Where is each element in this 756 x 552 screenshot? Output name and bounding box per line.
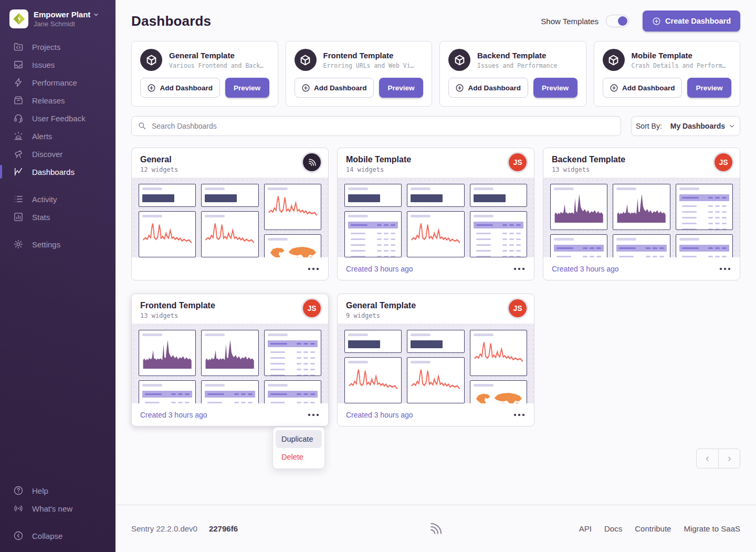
preview-button[interactable]: Preview — [379, 78, 423, 98]
activity-icon — [13, 194, 24, 204]
page-title: Dashboards — [131, 13, 211, 29]
template-card: Backend TemplateIssues and PerformanceAd… — [439, 41, 586, 107]
template-cube-icon — [603, 49, 625, 71]
collapse-icon — [13, 530, 24, 541]
plus-circle-icon — [455, 84, 464, 92]
context-menu-item-duplicate[interactable]: Duplicate — [276, 430, 322, 448]
mini-widget-line-chart — [264, 184, 321, 230]
plus-circle-icon — [610, 84, 618, 92]
sidebar-item-projects[interactable]: Projects — [0, 38, 116, 56]
dashboard-preview — [132, 324, 328, 403]
user-avatar: JS — [303, 299, 321, 317]
template-cube-icon — [140, 49, 162, 71]
template-card: Frontend TemplateErroring URLs and Web V… — [286, 41, 433, 107]
mini-widget-line-chart — [407, 211, 464, 257]
mini-widget-line-chart — [139, 211, 196, 257]
more-options-button[interactable] — [307, 265, 320, 273]
dashboard-title: Mobile Template — [346, 155, 526, 164]
sidebar-collapse[interactable]: Collapse — [0, 527, 116, 545]
more-options-button[interactable] — [719, 265, 731, 273]
sidebar-item-dashboards[interactable]: Dashboards — [0, 163, 116, 181]
sidebar-item-discover[interactable]: Discover — [0, 145, 116, 163]
dashboard-card[interactable]: Backend Template13 widgetsJSCreated 3 ho… — [543, 148, 740, 280]
sidebar-nav: ProjectsIssuesPerformanceReleasesUser Fe… — [0, 38, 116, 253]
mini-widget-line-chart — [407, 357, 464, 403]
template-description: Crash Details and Perform… — [632, 62, 726, 69]
dashboard-title: Frontend Template — [140, 301, 320, 310]
sidebar-item-user-feedback[interactable]: User Feedback — [0, 109, 116, 127]
add-dashboard-button[interactable]: Add Dashboard — [603, 78, 682, 98]
page-footer: Sentry 22.2.0.dev0 22796f6 APIDocsContri… — [116, 505, 756, 552]
footer-link-contribute[interactable]: Contribute — [635, 524, 671, 533]
more-options-button[interactable] — [513, 265, 526, 273]
dashboard-widget-count: 13 widgets — [140, 312, 320, 319]
org-name: Empower Plant — [34, 10, 90, 19]
show-templates-toggle[interactable] — [606, 15, 629, 27]
search-input[interactable] — [131, 116, 621, 136]
mini-widget-big-number — [407, 184, 464, 207]
sidebar-item-activity[interactable]: Activity — [0, 190, 116, 208]
sort-by-dropdown[interactable]: Sort By: My Dashboards — [631, 116, 740, 136]
dashboard-card[interactable]: General Template9 widgetsJSCreated 3 hou… — [337, 294, 534, 426]
plus-circle-icon — [652, 17, 661, 26]
template-card: Mobile TemplateCrash Details and Perform… — [594, 41, 741, 107]
more-options-button[interactable] — [307, 411, 320, 419]
add-dashboard-button[interactable]: Add Dashboard — [295, 78, 374, 98]
dashboard-card[interactable]: General12 widgets — [131, 148, 329, 280]
pagination — [696, 449, 740, 468]
context-menu-item-delete[interactable]: Delete — [276, 448, 322, 466]
mini-widget-big-number — [470, 184, 527, 207]
mini-widget-big-number — [344, 184, 402, 207]
add-dashboard-button[interactable]: Add Dashboard — [140, 78, 220, 98]
footer-links: APIDocsContributeMigrate to SaaS — [520, 524, 740, 533]
sidebar-item-help[interactable]: Help — [0, 482, 116, 499]
mini-widget-table — [470, 211, 527, 257]
mini-widget-table — [613, 234, 670, 257]
template-description: Various Frontend and Back… — [169, 62, 264, 69]
sidebar-item-alerts[interactable]: Alerts — [0, 127, 116, 145]
mini-widget-table — [264, 330, 321, 376]
dashboard-card[interactable]: Mobile Template14 widgetsJSCreated 3 hou… — [337, 148, 534, 280]
mini-widget-table — [550, 234, 607, 257]
releases-icon — [13, 95, 24, 106]
next-page-button[interactable] — [718, 449, 740, 468]
add-dashboard-button[interactable]: Add Dashboard — [448, 78, 528, 98]
mini-widget-line-chart — [344, 357, 402, 403]
preview-button[interactable]: Preview — [533, 78, 578, 98]
context-menu: DuplicateDelete — [272, 427, 325, 469]
dashboard-card[interactable]: Frontend Template13 widgetsJSCreated 3 h… — [131, 294, 329, 426]
sentry-version: Sentry 22.2.0.dev0 — [131, 524, 197, 533]
mini-widget-table — [139, 380, 196, 403]
footer-link-docs[interactable]: Docs — [604, 524, 622, 533]
stats-icon — [13, 212, 24, 222]
user-feedback-icon — [13, 113, 24, 123]
dashboard-preview — [543, 178, 740, 257]
sidebar-item-releases[interactable]: Releases — [0, 91, 116, 109]
alerts-icon — [13, 131, 24, 141]
template-description: Issues and Performance — [477, 62, 557, 69]
sidebar-item-stats[interactable]: Stats — [0, 208, 116, 226]
more-options-button[interactable] — [513, 411, 526, 419]
create-dashboard-button[interactable]: Create Dashboard — [643, 11, 740, 32]
sidebar-item-what-s-new[interactable]: What's new — [0, 499, 116, 517]
user-name: Jane Schmidt — [34, 20, 99, 28]
org-switcher[interactable]: Empower Plant Jane Schmidt — [0, 9, 116, 38]
mini-widget-area-chart — [139, 330, 196, 376]
preview-button[interactable]: Preview — [225, 78, 269, 98]
dashboard-widget-count: 12 widgets — [140, 166, 320, 173]
preview-button[interactable]: Preview — [687, 78, 731, 98]
sidebar: Empower Plant Jane Schmidt ProjectsIssue… — [0, 0, 116, 552]
sidebar-item-settings[interactable]: Settings — [0, 235, 116, 253]
chevron-right-icon — [726, 455, 733, 463]
mini-widget-area-chart — [201, 330, 258, 376]
discover-icon — [13, 149, 24, 159]
user-avatar: JS — [509, 153, 527, 171]
footer-link-api[interactable]: API — [579, 524, 592, 533]
prev-page-button[interactable] — [697, 449, 718, 468]
sidebar-item-issues[interactable]: Issues — [0, 56, 116, 74]
footer-link-migrate-to-saas[interactable]: Migrate to SaaS — [684, 524, 740, 533]
dashboard-widget-count: 13 widgets — [552, 166, 731, 173]
sidebar-item-performance[interactable]: Performance — [0, 74, 116, 91]
sidebar-bottom-nav: HelpWhat's newCollapse — [0, 482, 116, 552]
mini-widget-big-number — [344, 330, 402, 353]
